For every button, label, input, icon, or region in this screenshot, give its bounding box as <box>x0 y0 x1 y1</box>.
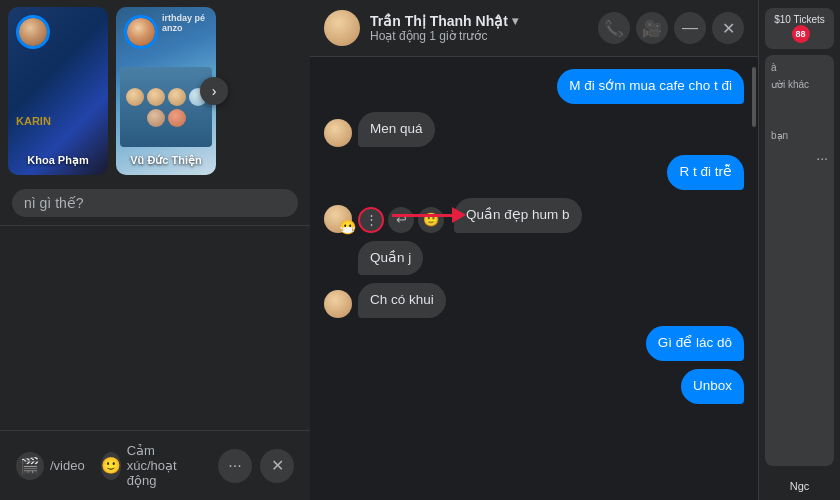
more-options-btn[interactable]: ⋮ <box>358 207 384 233</box>
right-panel: $10 Tickets 88 à ười khác bạn ··· Ngc › <box>758 0 840 500</box>
stories-row: KARIN Khoa Phạm irthday pé anzo <box>0 0 310 185</box>
chat-header-avatar <box>324 10 360 46</box>
preview-more-btn[interactable]: ··· <box>816 150 828 166</box>
msg-bubble-1: M đi sớm mua cafe cho t đi <box>557 69 744 104</box>
chat-name: Trần Thị Thanh Nhật ▾ <box>370 13 588 29</box>
msg-row-7: Gì để lác dô <box>324 326 744 361</box>
bottom-icons: ··· ✕ <box>218 449 294 483</box>
arrow-shaft <box>392 214 452 217</box>
search-placeholder-text: nì gì thế? <box>24 195 286 211</box>
close-chat-btn[interactable]: ✕ <box>712 12 744 44</box>
messages-area[interactable]: M đi sớm mua cafe cho t đi Men quá R t đ… <box>310 57 758 500</box>
msg-bubble-7: Gì để lác dô <box>646 326 744 361</box>
story-subtitle: irthday pé anzo <box>122 13 210 33</box>
right-chat-preview: à ười khác bạn ··· <box>765 55 834 466</box>
person-dot <box>147 88 165 106</box>
msg-row-8: Unbox <box>324 369 744 404</box>
preview-text-1: à <box>771 61 828 74</box>
ticket-label: $10 Tickets <box>774 14 825 25</box>
story-avatar-img-1 <box>19 18 47 46</box>
person-dot <box>168 109 186 127</box>
msg-row-2: Men quá <box>324 112 744 147</box>
search-area: nì gì thế? <box>0 185 310 226</box>
preview-text-2: ười khác <box>771 78 828 91</box>
minimize-btn[interactable]: — <box>674 12 706 44</box>
search-input-row[interactable]: nì gì thế? <box>12 189 298 217</box>
dropdown-icon[interactable]: ▾ <box>512 14 518 28</box>
msg-bubble-8: Unbox <box>681 369 744 404</box>
story-card-1[interactable]: KARIN Khoa Phạm <box>8 7 108 175</box>
msg-bubble-5: Quần j <box>358 241 423 276</box>
msg-row-4: 😷 ⋮ ↩ 🙂 Quần đẹp hum b <box>324 198 744 233</box>
video-label: /video <box>50 458 85 473</box>
person-dot <box>126 88 144 106</box>
video-action[interactable]: 🎬 /video <box>16 452 85 480</box>
close-btn[interactable]: ✕ <box>260 449 294 483</box>
msg-bubble-6: Ch có khui <box>358 283 446 318</box>
msg-row-3: R t đi trễ <box>324 155 744 190</box>
msg-avatar-4: 😷 <box>324 205 352 233</box>
more-btn[interactable]: ··· <box>218 449 252 483</box>
video-icon: 🎬 <box>16 452 44 480</box>
right-bottom-area: Ngc <box>765 472 834 492</box>
mask-emoji: 😷 <box>339 219 356 235</box>
preview-dots-row: ··· <box>771 150 828 166</box>
story-avatar-1 <box>16 15 50 49</box>
stories-container: KARIN Khoa Phạm irthday pé anzo <box>8 7 216 175</box>
person-dot <box>168 88 186 106</box>
emotion-action[interactable]: 🙂 Cảm xúc/hoạt động <box>101 443 202 488</box>
person-dot <box>147 109 165 127</box>
msg-row-5: Quần j <box>324 241 744 276</box>
phone-btn[interactable]: 📞 <box>598 12 630 44</box>
preview-spacer <box>771 95 828 125</box>
story-label-2: Vũ Đức Thiện <box>116 154 216 167</box>
video-call-btn[interactable]: 🎥 <box>636 12 668 44</box>
red-arrow <box>392 207 466 223</box>
preview-text-3: bạn <box>771 129 828 142</box>
msg-bubble-3: R t đi trễ <box>667 155 744 190</box>
story-label-1: Khoa Phạm <box>8 154 108 167</box>
chat-panel: Trần Thị Thanh Nhật ▾ Hoạt động 1 giờ tr… <box>310 0 758 500</box>
left-bottom-actions: 🎬 /video 🙂 Cảm xúc/hoạt động ··· ✕ <box>0 430 310 500</box>
chat-header: Trần Thị Thanh Nhật ▾ Hoạt động 1 giờ tr… <box>310 0 758 57</box>
chat-status: Hoạt động 1 giờ trước <box>370 29 588 43</box>
story-group-photo <box>120 67 212 147</box>
msg-avatar-2 <box>324 119 352 147</box>
ticket-badge: 88 <box>792 25 810 43</box>
chat-header-actions: 📞 🎥 — ✕ <box>598 12 744 44</box>
emotion-icon: 🙂 <box>101 452 121 480</box>
scrollbar[interactable] <box>752 67 756 127</box>
msg-avatar-6 <box>324 290 352 318</box>
chat-header-info: Trần Thị Thanh Nhật ▾ Hoạt động 1 giờ tr… <box>370 13 588 43</box>
story-nav-next[interactable]: › <box>200 77 228 105</box>
msg-bubble-2: Men quá <box>358 112 435 147</box>
karin-logo: KARIN <box>16 115 51 127</box>
msg-row-6: Ch có khui <box>324 283 744 318</box>
arrow-head <box>452 207 466 223</box>
left-panel: KARIN Khoa Phạm irthday pé anzo <box>0 0 310 500</box>
msg-row-1: M đi sớm mua cafe cho t đi <box>324 69 744 104</box>
bottom-name: Ngc <box>765 480 834 492</box>
ticket-area[interactable]: $10 Tickets 88 <box>765 8 834 49</box>
msg-bubble-4: Quần đẹp hum b <box>454 198 582 233</box>
emotion-label: Cảm xúc/hoạt động <box>127 443 202 488</box>
